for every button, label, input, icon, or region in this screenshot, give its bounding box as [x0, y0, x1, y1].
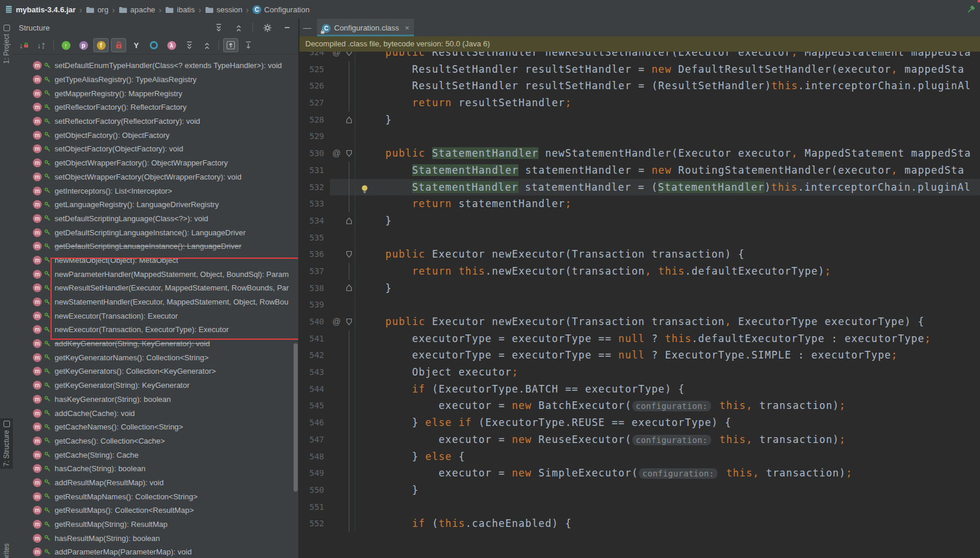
tool-window-structure[interactable]: 7: Structure	[0, 418, 13, 469]
fold-end-icon[interactable]	[343, 111, 355, 128]
structure-item[interactable]: mgetMapperRegistry(): MapperRegistry	[13, 86, 298, 100]
code-text[interactable]: public Executor newExecutor(Transaction …	[355, 246, 980, 263]
code-text[interactable]: return resultSetHandler;	[355, 94, 980, 111]
fold-start-icon[interactable]	[343, 145, 355, 162]
tab-close-icon[interactable]: ×	[405, 23, 410, 32]
code-text[interactable]: }	[355, 212, 980, 229]
code-text[interactable]: executorType = executorType == null ? th…	[355, 330, 980, 347]
structure-item[interactable]: mgetObjectFactory(): ObjectFactory	[13, 128, 298, 142]
code-text[interactable]	[355, 296, 980, 313]
structure-item[interactable]: mgetKeyGenerator(String): KeyGenerator	[13, 378, 298, 393]
line-number[interactable]: 552	[299, 515, 330, 532]
show-fields-icon[interactable]: f	[93, 38, 109, 52]
code-line[interactable]: 533 return statementHandler;	[299, 195, 980, 212]
code-text[interactable]: ResultSetHandler resultSetHandler = new …	[355, 61, 980, 78]
code-line[interactable]: 536 public Executor newExecutor(Transact…	[299, 246, 980, 263]
code-text[interactable]: return statementHandler;	[355, 195, 980, 212]
line-number[interactable]: 540	[299, 313, 330, 330]
line-number[interactable]: 528	[299, 111, 330, 128]
structure-item[interactable]: mgetReflectorFactory(): ReflectorFactory	[13, 100, 298, 114]
tab-bar-dash-icon[interactable]: —	[303, 23, 311, 32]
code-text[interactable]: Object executor;	[355, 364, 980, 381]
tool-window-favorites[interactable]: vorites	[0, 541, 13, 558]
show-non-public-icon[interactable]	[111, 38, 126, 52]
line-number[interactable]: 531	[299, 162, 330, 179]
line-number[interactable]: 539	[299, 296, 330, 313]
line-number[interactable]: 525	[299, 61, 330, 78]
structure-item[interactable]: maddCache(Cache): void	[13, 406, 298, 420]
code-line[interactable]: 538 }	[299, 280, 980, 297]
show-interfaces-icon[interactable]	[146, 38, 161, 52]
structure-item[interactable]: mgetObjectWrapperFactory(): ObjectWrappe…	[13, 156, 298, 170]
structure-item[interactable]: maddKeyGenerator(String, KeyGenerator): …	[13, 337, 298, 351]
code-line[interactable]: 537 return this.newExecutor(transaction,…	[299, 263, 980, 280]
sort-alphabetically-icon[interactable]: ↓az	[34, 38, 49, 52]
line-number[interactable]: 550	[299, 482, 330, 499]
structure-item[interactable]: mnewExecutor(Transaction, ExecutorType):…	[13, 323, 298, 337]
code-line[interactable]: 527 return resultSetHandler;	[299, 94, 980, 111]
structure-item[interactable]: mgetTypeAliasRegistry(): TypeAliasRegist…	[13, 73, 298, 87]
show-inherited-icon[interactable]: ↑	[58, 38, 73, 52]
line-number[interactable]: 542	[299, 347, 330, 364]
build-hammer-icon[interactable]	[964, 2, 979, 16]
structure-item[interactable]: msetObjectWrapperFactory(ObjectWrapperFa…	[13, 170, 298, 184]
line-number[interactable]: 530	[299, 145, 330, 162]
code-text[interactable]: }	[355, 111, 980, 128]
code-text[interactable]: }	[355, 280, 980, 297]
breadcrumb-item[interactable]: ibatis	[165, 5, 194, 14]
autoscroll-from-source-icon[interactable]	[241, 38, 256, 52]
structure-item[interactable]: mgetCaches(): Collection<Cache>	[13, 434, 298, 448]
structure-item[interactable]: mnewParameterHandler(MappedStatement, Ob…	[13, 267, 298, 281]
code-line[interactable]: 542 executorType = executorType == null …	[299, 347, 980, 364]
show-lambdas-icon[interactable]: λ	[164, 38, 179, 52]
hide-icon[interactable]	[279, 21, 295, 35]
line-number[interactable]: 541	[299, 330, 330, 347]
code-line[interactable]: 539	[299, 296, 980, 313]
structure-item[interactable]: mgetLanguageRegistry(): LanguageDriverRe…	[13, 198, 298, 212]
breadcrumb-item[interactable]: apache	[119, 5, 156, 14]
code-line[interactable]: 529	[299, 128, 980, 145]
code-line[interactable]: 525 ResultSetHandler resultSetHandler = …	[299, 61, 980, 78]
code-line[interactable]: 544 if (ExecutorType.BATCH == executorTy…	[299, 381, 980, 398]
code-text[interactable]	[355, 499, 980, 516]
structure-item[interactable]: mhasKeyGenerator(String): boolean	[13, 393, 298, 407]
line-number[interactable]: 526	[299, 77, 330, 94]
line-number[interactable]: 535	[299, 229, 330, 246]
code-line[interactable]: 543 Object executor;	[299, 364, 980, 381]
structure-item[interactable]: maddParameterMap(ParameterMap): void	[13, 545, 298, 558]
code-text[interactable]: executorType = executorType == null ? Ex…	[355, 347, 980, 364]
tab-configuration-class[interactable]: C Configuration.class ×	[317, 19, 414, 36]
autoscroll-to-source-icon[interactable]	[223, 38, 238, 52]
code-text[interactable]: } else {	[355, 448, 980, 465]
code-line[interactable]: 535	[299, 229, 980, 246]
code-line[interactable]: 524@ public ResultSetHandler newResultSe…	[299, 52, 980, 61]
structure-item[interactable]: mgetCache(String): Cache	[13, 448, 298, 462]
code-text[interactable]: StatementHandler statementHandler = new …	[355, 162, 980, 179]
fold-start-icon[interactable]	[343, 246, 355, 263]
code-text[interactable]: } else if (ExecutorType.REUSE == executo…	[355, 414, 980, 431]
code-text[interactable]: }	[355, 482, 980, 499]
line-number[interactable]: 532	[299, 179, 330, 196]
structure-item[interactable]: mgetCacheNames(): Collection<String>	[13, 420, 298, 434]
code-line[interactable]: 547 executor = new ReuseExecutor(configu…	[299, 431, 980, 448]
code-line[interactable]: 530@ public StatementHandler newStatemen…	[299, 145, 980, 162]
line-number[interactable]: 524	[299, 52, 330, 61]
code-text[interactable]	[355, 128, 980, 145]
breadcrumb-item[interactable]: org	[86, 5, 109, 14]
line-number[interactable]: 545	[299, 397, 330, 414]
structure-item[interactable]: mgetResultMapNames(): Collection<String>	[13, 489, 298, 503]
fold-end-icon[interactable]	[343, 212, 355, 229]
line-number[interactable]: 536	[299, 246, 330, 263]
code-line[interactable]: 546 } else if (ExecutorType.REUSE == exe…	[299, 414, 980, 431]
code-text[interactable]: StatementHandler statementHandler = (Sta…	[355, 179, 980, 196]
line-number[interactable]: 551	[299, 499, 330, 516]
collapse-all-icon[interactable]	[231, 21, 246, 35]
line-number[interactable]: 538	[299, 280, 330, 297]
structure-item[interactable]: mgetResultMap(String): ResultMap	[13, 518, 298, 532]
structure-item[interactable]: mnewStatementHandler(Executor, MappedSta…	[13, 295, 298, 309]
code-editor[interactable]: 524@ public ResultSetHandler newResultSe…	[299, 52, 980, 558]
fold-start-icon[interactable]	[343, 313, 355, 330]
line-number[interactable]: 533	[299, 195, 330, 212]
show-properties-icon[interactable]: p	[76, 38, 91, 52]
line-number[interactable]: 548	[299, 448, 330, 465]
